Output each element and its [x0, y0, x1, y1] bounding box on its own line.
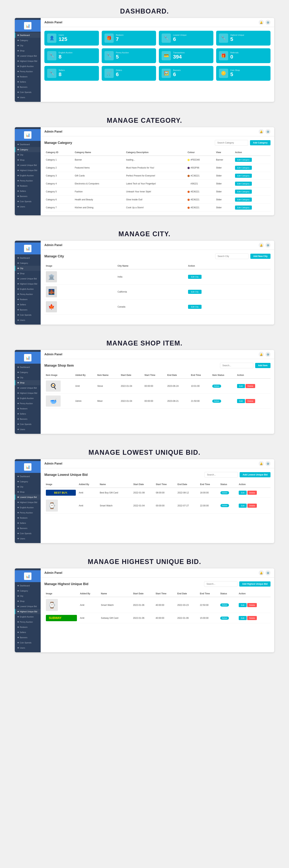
- edit-bid-button[interactable]: Edit: [239, 504, 247, 508]
- notification-icon[interactable]: 🔔: [259, 243, 264, 248]
- sidebar-item-users[interactable]: Users: [15, 95, 41, 100]
- sidebar-item-lowest-unique-bid[interactable]: Lowest Unique Bid: [15, 162, 41, 168]
- sidebar-item-penny-auction[interactable]: Penny Auction: [15, 69, 41, 74]
- sidebar-item-redeem[interactable]: Redeem: [15, 74, 41, 79]
- delete-item-button[interactable]: Delete: [246, 399, 255, 403]
- delete-bid-button[interactable]: Delete: [247, 603, 257, 607]
- sidebar-item-redeem[interactable]: Redeem: [15, 624, 41, 630]
- sidebar-item-penny-auction[interactable]: Penny Auction: [15, 291, 41, 297]
- sidebar-item-shop[interactable]: Shop: [15, 157, 41, 162]
- search-input-shop[interactable]: [220, 363, 253, 368]
- edit-item-button[interactable]: Edit: [237, 384, 245, 388]
- sidebar-item-city[interactable]: City: [15, 266, 41, 271]
- sidebar-item-lowest-unique-bid[interactable]: Lowest Unique Bid: [15, 604, 41, 609]
- edit-city-button[interactable]: Edit City: [188, 275, 202, 279]
- edit-category-button[interactable]: Edit Category: [235, 206, 252, 210]
- add-highest-unique-button[interactable]: Add Highest Unique Bid: [239, 581, 270, 587]
- sidebar-item-highest-unique-bid[interactable]: Highest Unique Bid: [15, 609, 41, 614]
- sidebar-item-redeem[interactable]: Redeem: [15, 406, 41, 411]
- sidebar-item-category[interactable]: Category: [15, 147, 41, 152]
- settings-icon[interactable]: ⚙️: [265, 352, 270, 357]
- sidebar-item-dashboard[interactable]: Dashboard: [15, 33, 41, 38]
- sidebar-item-english-auction[interactable]: English Auction: [15, 396, 41, 401]
- notification-icon[interactable]: 🔔: [259, 352, 264, 357]
- settings-icon[interactable]: ⚙️: [265, 129, 270, 134]
- sidebar-item-dashboard[interactable]: Dashboard: [15, 142, 41, 147]
- search-input-highest-unique[interactable]: [204, 581, 238, 587]
- sidebar-item-category[interactable]: Category: [15, 370, 41, 375]
- sidebar-item-penny-auction[interactable]: Penny Auction: [15, 619, 41, 624]
- sidebar-item-lowest-unique-bid[interactable]: Lowest Unique Bid: [15, 53, 41, 59]
- edit-category-button[interactable]: Edit Category: [235, 190, 252, 194]
- sidebar-item-coin-spends[interactable]: Coin Spends: [15, 422, 41, 427]
- sidebar-item-redeem[interactable]: Redeem: [15, 297, 41, 302]
- sidebar-item-city[interactable]: City: [15, 152, 41, 157]
- edit-category-button[interactable]: Edit Category: [235, 174, 252, 178]
- sidebar-item-highest-unique-bid[interactable]: Highest Unique Bid: [15, 59, 41, 64]
- edit-bid-button[interactable]: Edit: [239, 616, 247, 620]
- sidebar-item-penny-auction[interactable]: Penny Auction: [15, 510, 41, 515]
- sidebar-item-category[interactable]: Category: [15, 479, 41, 484]
- sidebar-item-highest-unique-bid[interactable]: Highest Unique Bid: [15, 391, 41, 396]
- sidebar-item-coin-spends[interactable]: Coin Spends: [15, 312, 41, 317]
- sidebar-item-users[interactable]: Users: [15, 536, 41, 541]
- sidebar-item-city[interactable]: City: [15, 375, 41, 380]
- sidebar-item-banners[interactable]: Banners: [15, 194, 41, 199]
- sidebar-item-shop[interactable]: Shop: [15, 598, 41, 604]
- sidebar-item-coin-spends[interactable]: Coin Spends: [15, 90, 41, 95]
- sidebar-item-sellers[interactable]: Sellers: [15, 521, 41, 526]
- sidebar-item-sellers[interactable]: Sellers: [15, 188, 41, 194]
- delete-bid-button[interactable]: Delete: [247, 504, 257, 508]
- search-input-category[interactable]: [215, 140, 248, 146]
- sidebar-item-highest-unique-bid[interactable]: Highest Unique Bid: [15, 281, 41, 286]
- edit-city-button[interactable]: Edit City: [188, 290, 202, 294]
- sidebar-item-category[interactable]: Category: [15, 260, 41, 266]
- sidebar-item-penny-auction[interactable]: Penny Auction: [15, 178, 41, 183]
- sidebar-item-users[interactable]: Users: [15, 317, 41, 323]
- edit-category-button[interactable]: Edit Category: [235, 166, 252, 170]
- sidebar-item-coin-spends[interactable]: Coin Spends: [15, 640, 41, 645]
- sidebar-item-highest-unique-bid[interactable]: Highest Unique Bid: [15, 500, 41, 505]
- sidebar-item-users[interactable]: Users: [15, 204, 41, 209]
- sidebar-item-english-auction[interactable]: English Auction: [15, 173, 41, 178]
- notification-icon[interactable]: 🔔: [259, 461, 264, 466]
- settings-icon[interactable]: ⚙️: [265, 243, 270, 248]
- edit-city-button[interactable]: Edit City: [188, 305, 202, 309]
- sidebar-item-penny-auction[interactable]: Penny Auction: [15, 401, 41, 406]
- sidebar-item-sellers[interactable]: Sellers: [15, 302, 41, 307]
- settings-icon[interactable]: ⚙️: [265, 20, 270, 25]
- sidebar-item-english-auction[interactable]: English Auction: [15, 614, 41, 619]
- delete-bid-button[interactable]: Delete: [247, 491, 257, 495]
- sidebar-item-sellers[interactable]: Sellers: [15, 79, 41, 85]
- settings-icon[interactable]: ⚙️: [265, 461, 270, 466]
- add-city-button[interactable]: Add New City: [250, 254, 270, 259]
- notification-icon[interactable]: 🔔: [259, 129, 264, 134]
- sidebar-item-lowest-unique-bid[interactable]: Lowest Unique Bid: [15, 276, 41, 281]
- sidebar-item-redeem[interactable]: Redeem: [15, 183, 41, 188]
- sidebar-item-lowest-unique-bid[interactable]: Lowest Unique Bid: [15, 495, 41, 500]
- search-input-lowest-unique[interactable]: [205, 472, 238, 477]
- sidebar-item-city[interactable]: City: [15, 593, 41, 598]
- edit-category-button[interactable]: Edit Category: [235, 182, 252, 186]
- settings-icon[interactable]: ⚙️: [265, 570, 270, 576]
- sidebar-item-shop[interactable]: Shop: [15, 48, 41, 53]
- sidebar-item-coin-spends[interactable]: Coin Spends: [15, 531, 41, 536]
- sidebar-item-dashboard[interactable]: Dashboard: [15, 255, 41, 260]
- add-category-button[interactable]: Add Category: [250, 140, 270, 145]
- notification-icon[interactable]: 🔔: [259, 20, 264, 25]
- edit-category-button[interactable]: Edit Category: [235, 158, 252, 162]
- sidebar-item-banners[interactable]: Banners: [15, 635, 41, 640]
- sidebar-item-highest-unique-bid[interactable]: Highest Unique Bid: [15, 168, 41, 173]
- notification-icon[interactable]: 🔔: [259, 570, 264, 576]
- sidebar-item-lowest-unique-bid[interactable]: Lowest Unique Bid: [15, 385, 41, 391]
- sidebar-item-english-auction[interactable]: English Auction: [15, 286, 41, 291]
- sidebar-item-category[interactable]: Category: [15, 588, 41, 593]
- sidebar-item-category[interactable]: Category: [15, 38, 41, 43]
- sidebar-item-banners[interactable]: Banners: [15, 307, 41, 312]
- edit-bid-button[interactable]: Edit: [239, 603, 247, 607]
- sidebar-item-banners[interactable]: Banners: [15, 526, 41, 531]
- sidebar-item-english-auction[interactable]: English Auction: [15, 64, 41, 69]
- edit-category-button[interactable]: Edit Category: [235, 197, 252, 202]
- sidebar-item-dashboard[interactable]: Dashboard: [15, 474, 41, 479]
- search-input-city[interactable]: [215, 253, 249, 259]
